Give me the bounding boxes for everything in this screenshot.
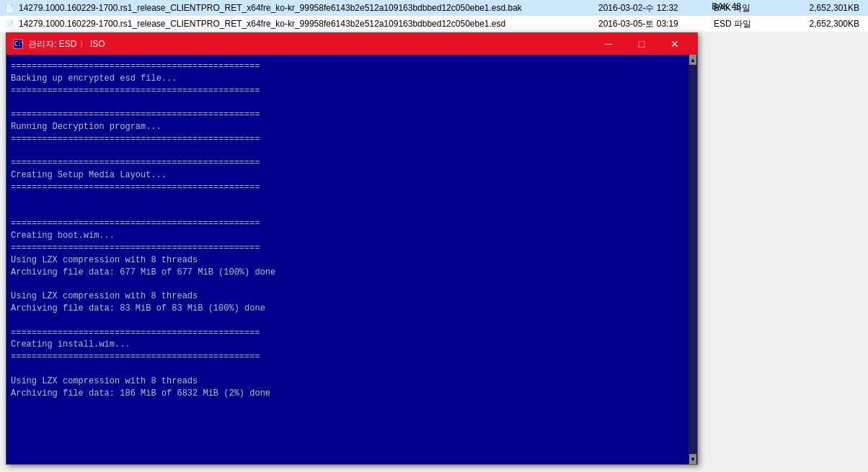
file-row[interactable]: 📄 14279.1000.160229-1700.rs1_release_CLI… [0, 16, 868, 32]
cmd-title: 관리자: ESD 〉 ISO [28, 38, 592, 50]
cmd-line: ========================================… [11, 182, 684, 194]
cmd-scrollbar[interactable]: ▲ ▼ [688, 55, 697, 464]
cmd-line: ========================================… [11, 157, 684, 169]
cmd-line [11, 363, 684, 375]
file-icon: 📄 [3, 17, 16, 30]
cmd-line: Using LZX compression with 8 threads [11, 254, 684, 267]
file-name: 14279.1000.160229-1700.rs1_release_CLIEN… [19, 3, 598, 13]
cmd-line: Creating boot.wim... [11, 230, 684, 242]
cmd-line: Using LZX compression with 8 threads [11, 290, 684, 303]
cmd-line [11, 206, 684, 218]
cmd-controls: ─ □ ✕ [592, 33, 691, 55]
cmd-line [11, 315, 684, 327]
file-date: 2016-03-05-토 03:19 [598, 18, 714, 30]
cmd-line: Creating install.wim... [11, 339, 684, 351]
cmd-line: Archiving file data: 186 MiB of 6832 MiB… [11, 388, 684, 400]
cmd-window: C:\ 관리자: ESD 〉 ISO ─ □ ✕ ===============… [6, 32, 698, 465]
cmd-line: Backing up encrypted esd file... [11, 73, 684, 85]
file-type: ESD 파일 [714, 18, 786, 30]
minimize-button[interactable]: ─ [592, 33, 625, 55]
scroll-track[interactable] [689, 65, 696, 454]
close-button[interactable]: ✕ [658, 33, 691, 55]
bak-badge: BAK 48 [709, 0, 744, 13]
cmd-line: ========================================… [11, 327, 684, 339]
cmd-line: ========================================… [11, 85, 684, 97]
cmd-line: Archiving file data: 677 MiB of 677 MiB … [11, 267, 684, 279]
cmd-line: Running Decryption program... [11, 121, 684, 133]
svg-text:C:\: C:\ [14, 41, 23, 48]
cmd-body: ========================================… [6, 55, 697, 464]
cmd-line: Using LZX compression with 8 threads [11, 375, 684, 388]
file-date: 2016-03-02-수 12:32 [598, 2, 714, 14]
maximize-button[interactable]: □ [625, 33, 658, 55]
cmd-line: ========================================… [11, 61, 684, 73]
cmd-line: ========================================… [11, 218, 684, 230]
scroll-up-arrow[interactable]: ▲ [689, 55, 696, 65]
file-size: 2,652,301KB [786, 3, 865, 13]
cmd-line [11, 146, 684, 158]
scroll-down-arrow[interactable]: ▼ [689, 454, 696, 464]
cmd-icon: C:\ [12, 38, 24, 50]
file-name: 14279.1000.160229-1700.rs1_release_CLIEN… [19, 19, 598, 29]
file-icon: 📄 [3, 1, 16, 14]
cmd-line [11, 194, 684, 206]
cmd-line: ========================================… [11, 242, 684, 254]
cmd-content[interactable]: ========================================… [6, 55, 688, 464]
cmd-line: Creating Setup Media Layout... [11, 169, 684, 182]
cmd-line [11, 97, 684, 109]
file-size: 2,652,300KB [786, 19, 865, 29]
cmd-line: Archiving file data: 83 MiB of 83 MiB (1… [11, 303, 684, 315]
cmd-line: ========================================… [11, 351, 684, 363]
cmd-line: ========================================… [11, 109, 684, 121]
cmd-titlebar: C:\ 관리자: ESD 〉 ISO ─ □ ✕ [6, 33, 697, 55]
cmd-line: ========================================… [11, 133, 684, 146]
cmd-line [11, 278, 684, 290]
